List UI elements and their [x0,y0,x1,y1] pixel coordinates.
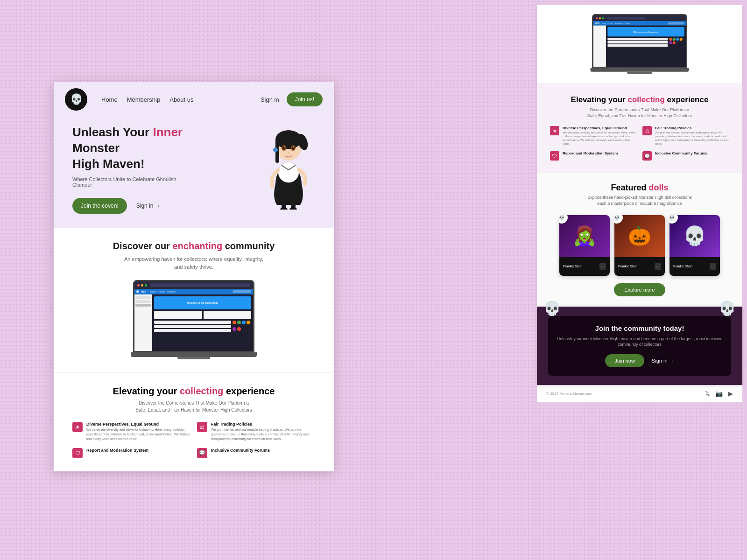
explore-btn-wrap: Explore more [550,283,729,296]
instagram-icon[interactable]: 📷 [715,390,723,397]
elevating-subtitle-left: Discover the Cornerstones That Make Our … [72,399,315,413]
skull-left: 💀 [543,300,561,316]
right-elevating-title: Elevating your collecting experience [550,95,729,105]
svg-point-12 [288,152,289,153]
svg-point-10 [284,147,285,147]
hero-subtitle: Where Collectors Unite to Celebrate Ghou… [72,176,194,188]
hero-title: Unleash Your Inner Monster High Maven! [72,125,212,172]
panel-sign-in[interactable]: Sign in → [652,358,674,364]
laptop-site-name: #U.X [141,290,146,293]
rf-icon-2: ⚖ [642,126,652,135]
rf-icon-4: 💬 [642,151,652,161]
community-title-p1: Discover our [113,241,173,251]
nav-actions: Sign in Join us! [261,92,323,106]
laptop-screen-community: #U.X Home Forum Members Welcome t [133,280,254,352]
community-join-panel: 💀 💀 Join the community today! Unleash yo… [537,307,742,385]
left-website-panel: 💀 Home Membership About us Sign in Join … [54,82,334,471]
svg-point-9 [292,147,295,149]
join-panel-title: Join the community today! [557,324,723,332]
features-grid-left: ★ Diverse Perspectives, Equal Ground We … [72,422,315,458]
join-button[interactable]: Join us! [287,92,323,106]
nav-links: Home Membership About us [101,96,194,103]
feature-text-2: Fair Trading Policies We promote fair an… [211,422,315,441]
hero-title-part1: Unleash Your [72,125,153,139]
join-coven-button[interactable]: Join the coven! [72,198,127,214]
svg-point-11 [293,147,294,147]
community-title: Discover our enchanting community [72,241,315,252]
feature-icon-3: 🛡 [72,448,83,458]
feature-icon-4: 💬 [197,448,207,458]
svg-point-16 [280,207,288,210]
youtube-icon[interactable]: ▶ [728,390,733,397]
doll-card-3[interactable]: 💀 💀 Frankie Stein ⋯ [669,215,720,276]
featured-dolls-panel: Featured dolls Explore these hand-picked… [537,173,742,306]
dolls-grid: 💀 🧟‍♀️ Frankie Stein ⋯ 💀 🎃 Frankie Stein… [550,215,729,276]
top-laptop-panel: #U.X Home Forum Members Trades Welcome t… [537,5,742,83]
hero-title-line2: High Maven! [72,157,145,171]
nav-membership[interactable]: Membership [127,96,161,103]
hero-title-highlight: Inner [153,125,183,139]
rf-item-2: ⚖ Fair Trading Policies We promote fair … [642,126,729,146]
feature-item-2: ⚖ Fair Trading Policies We promote fair … [197,422,315,441]
feature-text-4: Inclusive Community Forums [211,448,270,454]
community-subtitle: An empowering haven for collectors: wher… [72,255,315,271]
feature-item-3: 🛡 Report and Moderation System [72,448,190,458]
twitter-icon[interactable]: 𝕏 [705,390,710,397]
featured-subtitle: Explore these hand-picked Monster High d… [550,195,729,206]
svg-point-8 [282,147,285,149]
rf-item-1: ★ Diverse Perspectives, Equal Ground We … [550,126,637,146]
character-svg [256,112,321,210]
rf-item-3: 🛡 Report and Moderation System [550,151,637,161]
nav-about[interactable]: About us [169,96,193,103]
laptop-welcome: Welcome to our Community [187,301,218,304]
top-laptop-mockup: #U.X Home Forum Members Trades Welcome t… [591,14,689,74]
right-features-grid: ★ Diverse Perspectives, Equal Ground We … [550,126,729,161]
logo[interactable]: 💀 [65,88,87,111]
sign-in-link[interactable]: Sign in [261,96,279,103]
hero-sign-in[interactable]: Sign in → [136,203,161,209]
join-panel-inner: Join the community today! Unleash your i… [548,316,731,376]
join-panel-actions: Join now Sign in → [557,354,723,367]
right-elevating-subtitle: Discover the Cornerstones That Make Our … [550,107,729,119]
logo-icon: 💀 [70,93,83,105]
svg-point-17 [289,207,297,210]
elevating-title-left: Elevating your collecting experience [72,386,315,397]
right-elevating-panel: Elevating your collecting experience Dis… [537,83,742,173]
feature-text-3: Report and Moderation System [86,448,148,454]
hero-title-part2: Monster [72,141,120,155]
community-title-p2: community [222,241,275,251]
doll-card-1[interactable]: 💀 🧟‍♀️ Frankie Stein ⋯ [559,215,610,276]
nav-home[interactable]: Home [101,96,118,103]
rf-item-4: 💬 Inclusive Community Forums [642,151,729,161]
social-icons: 𝕏 📷 ▶ [705,390,733,397]
feature-item-4: 💬 Inclusive Community Forums [197,448,315,458]
feature-icon-1: ★ [72,422,83,432]
join-now-button[interactable]: Join now [605,354,644,367]
svg-point-1 [278,162,299,182]
featured-title: Featured dolls [550,183,729,193]
footer-copyright: © 2024 MonsterMaven.com [546,392,592,396]
skull-right: 💀 [719,300,736,316]
rf-icon-3: 🛡 [550,151,559,161]
hero-section: 💀 Home Membership About us Sign in Join … [54,82,334,228]
feature-text-1: Diverse Perspectives, Equal Ground We ce… [86,422,190,441]
feature-icon-2: ⚖ [197,422,207,432]
rf-icon-1: ★ [550,126,559,135]
svg-point-13 [273,147,278,152]
join-panel-subtitle: Unleash your inner Monster High maven an… [557,336,723,348]
hero-content: Unleash Your Inner Monster High Maven! W… [54,117,334,228]
laptop-mockup-community: #U.X Home Forum Members Welcome t [131,280,257,359]
community-title-highlight: enchanting [172,241,222,251]
hero-character [252,110,324,210]
elevating-section-left: Elevating your collecting experience Dis… [54,372,334,471]
community-section: Discover our enchanting community An emp… [54,228,334,372]
doll-card-2[interactable]: 💀 🎃 Frankie Stein ⋯ [614,215,665,276]
footer-panel: © 2024 MonsterMaven.com 𝕏 📷 ▶ [537,385,742,402]
explore-more-button[interactable]: Explore more [614,283,665,296]
feature-item-1: ★ Diverse Perspectives, Equal Ground We … [72,422,190,441]
right-panels-container: #U.X Home Forum Members Trades Welcome t… [537,5,742,402]
